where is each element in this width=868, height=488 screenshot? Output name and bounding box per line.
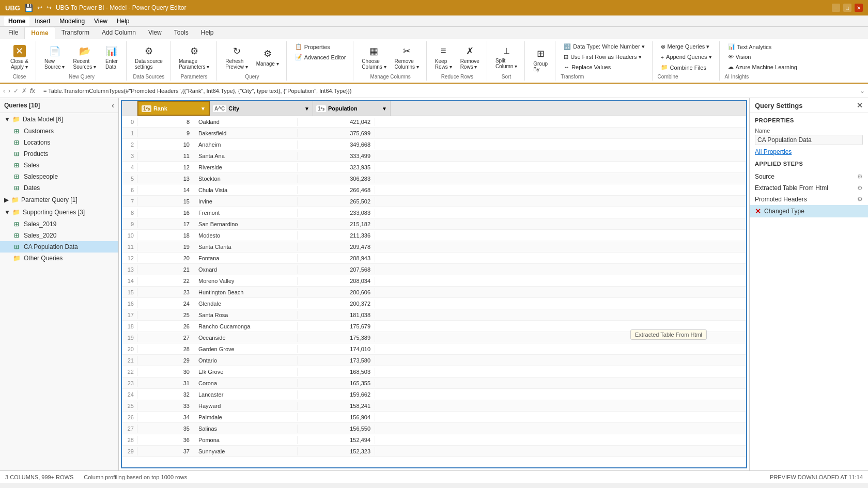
table-row[interactable]: 14 22 Moreno Valley 208,034: [122, 275, 746, 287]
close-apply-button[interactable]: ✕ Close &Apply ▾: [7, 43, 32, 72]
query-item-sales-2020[interactable]: ⊞ Sales_2020: [0, 230, 118, 241]
table-row[interactable]: 24 32 Lancaster 159,662: [122, 389, 746, 400]
close-button[interactable]: ✕: [855, 4, 863, 12]
table-row[interactable]: 17 25 Santa Rosa 181,038: [122, 309, 746, 321]
tab-file[interactable]: File: [2, 27, 24, 39]
combine-files-button[interactable]: 📁 Combine Files: [658, 63, 715, 72]
table-row[interactable]: 29 37 Sunnyvale 152,323: [122, 446, 746, 457]
maximize-button[interactable]: □: [843, 4, 851, 12]
merge-queries-button[interactable]: ⊗ Merge Queries ▾: [658, 42, 715, 51]
azure-ml-button[interactable]: ☁ Azure Machine Learning: [725, 62, 800, 71]
menu-view[interactable]: View: [90, 17, 112, 26]
table-row[interactable]: 7 15 Irvine 265,502: [122, 196, 746, 207]
table-row[interactable]: 5 13 Stockton 306,283: [122, 173, 746, 184]
text-analytics-button[interactable]: 📊 Text Analytics: [725, 42, 800, 51]
applied-step-promoted-headers[interactable]: Promoted Headers⚙: [750, 194, 868, 205]
tab-home[interactable]: Home: [24, 27, 55, 39]
remove-rows-button[interactable]: ✗ RemoveRows ▾: [457, 43, 483, 72]
applied-step-extracted-table-from-html[interactable]: Extracted Table From Html⚙: [750, 182, 868, 194]
expand-formula-icon[interactable]: ⌄: [860, 87, 865, 95]
query-item-sales[interactable]: ⊞ Sales: [0, 160, 118, 171]
table-row[interactable]: 25 33 Hayward 158,241: [122, 400, 746, 412]
cancel-icon[interactable]: ✗: [22, 87, 27, 95]
nav-forward-icon[interactable]: ›: [8, 87, 10, 95]
table-row[interactable]: 4 12 Riverside 323,935: [122, 162, 746, 173]
new-source-button[interactable]: 📄 NewSource ▾: [41, 43, 68, 72]
group-data-model[interactable]: ▼ 📁 Data Model [6]: [0, 113, 118, 125]
table-row[interactable]: 3 11 Santa Ana 333,499: [122, 150, 746, 162]
enter-data-button[interactable]: 📊 EnterData: [101, 43, 122, 72]
table-row[interactable]: 13 21 Oxnard 207,568: [122, 264, 746, 275]
table-row[interactable]: 1 9 Bakersfield 375,699: [122, 128, 746, 139]
table-row[interactable]: 21 29 Ontario 173,580: [122, 355, 746, 366]
table-row[interactable]: 28 36 Pomona 152,494: [122, 434, 746, 446]
all-properties-link[interactable]: All Properties: [750, 147, 868, 156]
query-item-dates[interactable]: ⊞ Dates: [0, 182, 118, 194]
group-supporting-queries[interactable]: ▼ 📁 Supporting Queries [3]: [0, 206, 118, 218]
tab-add-column[interactable]: Add Column: [96, 27, 142, 39]
data-source-settings-button[interactable]: ⚙ Data sourcesettings: [132, 43, 166, 72]
tab-help[interactable]: Help: [195, 27, 220, 39]
table-row[interactable]: 23 31 Corona 165,355: [122, 377, 746, 389]
table-row[interactable]: 8 16 Fremont 233,083: [122, 207, 746, 218]
table-row[interactable]: 12 20 Fontana 208,943: [122, 253, 746, 264]
split-column-button[interactable]: ⟂ SplitColumn ▾: [492, 42, 520, 71]
applied-step-source[interactable]: Source⚙: [750, 171, 868, 182]
table-row[interactable]: 22 30 Elk Grove 168,503: [122, 366, 746, 377]
step-gear-icon[interactable]: ⚙: [857, 184, 863, 192]
save-icon[interactable]: 💾: [24, 4, 33, 12]
table-row[interactable]: 2 10 Anaheim 349,668: [122, 139, 746, 150]
menu-home[interactable]: Home: [4, 17, 29, 26]
tab-view[interactable]: View: [142, 27, 168, 39]
group-parameter-query[interactable]: ▶ 📁 Parameter Query [1]: [0, 194, 118, 206]
city-filter-icon[interactable]: ▼: [304, 106, 309, 112]
column-header-rank[interactable]: 1²₃ Rank ▼: [137, 101, 210, 116]
query-item-locations[interactable]: ⊞ Locations: [0, 137, 118, 148]
column-header-population[interactable]: 1²₃ Population ▼: [313, 101, 391, 116]
table-row[interactable]: 18 26 Rancho Cucamonga 175,679: [122, 321, 746, 332]
table-row[interactable]: 16 24 Glendale 200,372: [122, 298, 746, 309]
table-row[interactable]: 6 14 Chula Vista 266,468: [122, 184, 746, 196]
step-gear-icon[interactable]: ⚙: [857, 196, 863, 203]
step-gear-icon[interactable]: ⚙: [857, 173, 863, 180]
minimize-button[interactable]: −: [832, 4, 840, 12]
collapse-queries-button[interactable]: ‹: [112, 101, 114, 109]
keep-rows-button[interactable]: ≡ KeepRows ▾: [432, 43, 455, 72]
menu-modeling[interactable]: Modeling: [55, 17, 89, 26]
query-item-salespeople[interactable]: ⊞ Salespeople: [0, 171, 118, 182]
use-first-row-button[interactable]: ⊞ Use First Row as Headers ▾: [561, 53, 647, 61]
pop-filter-icon[interactable]: ▼: [382, 106, 387, 112]
tab-tools[interactable]: Tools: [168, 27, 195, 39]
undo-icon[interactable]: ↩: [37, 4, 42, 11]
column-header-city[interactable]: A^C City ▼: [210, 101, 313, 116]
query-settings-close-button[interactable]: ✕: [857, 101, 863, 109]
choose-columns-button[interactable]: ▦ ChooseColumns ▾: [359, 43, 389, 72]
table-row[interactable]: 15 23 Huntington Beach 200,606: [122, 287, 746, 298]
data-type-button[interactable]: 🔢 Data Type: Whole Number ▾: [561, 42, 647, 51]
table-row[interactable]: 11 19 Santa Clarita 209,478: [122, 241, 746, 253]
table-row[interactable]: 9 17 San Bernardino 215,182: [122, 218, 746, 230]
table-row[interactable]: 26 34 Palmdale 156,904: [122, 412, 746, 423]
menu-insert[interactable]: Insert: [30, 17, 54, 26]
table-row[interactable]: 10 18 Modesto 211,336: [122, 230, 746, 241]
query-item-sales-2019[interactable]: ⊞ Sales_2019: [0, 218, 118, 230]
query-item-products[interactable]: ⊞ Products: [0, 148, 118, 160]
rank-filter-icon[interactable]: ▼: [200, 106, 206, 112]
refresh-preview-button[interactable]: ↻ RefreshPreview ▾: [222, 43, 251, 72]
redo-icon[interactable]: ↪: [47, 4, 52, 11]
query-item-customers[interactable]: ⊞ Customers: [0, 125, 118, 137]
query-item-ca-population[interactable]: ⊞ CA Population Data: [0, 241, 118, 253]
vision-button[interactable]: 👁 Vision: [725, 53, 800, 61]
checkmark-icon[interactable]: ✓: [13, 87, 19, 95]
table-row[interactable]: 19 27 Oceanside 175,389: [122, 332, 746, 343]
advanced-editor-button[interactable]: 📝 Advanced Editor: [292, 53, 349, 61]
tab-transform[interactable]: Transform: [55, 27, 96, 39]
properties-button[interactable]: 📋 Properties: [292, 42, 349, 51]
group-by-button[interactable]: ⊞ GroupBy: [530, 45, 551, 74]
manage-parameters-button[interactable]: ⚙ ManageParameters ▾: [176, 43, 212, 72]
append-queries-button[interactable]: + Append Queries ▾: [658, 53, 715, 61]
applied-step-changed-type[interactable]: ✕Changed Type: [750, 205, 868, 217]
nav-back-icon[interactable]: ‹: [3, 87, 5, 95]
name-value[interactable]: CA Population Data: [755, 135, 863, 145]
menu-help[interactable]: Help: [113, 17, 134, 26]
